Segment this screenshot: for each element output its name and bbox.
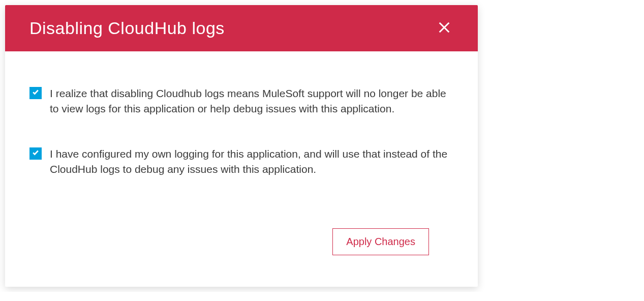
check-icon [32,149,39,158]
dialog-footer: Apply Changes [29,223,453,272]
checkbox-row-own-logging: I have configured my own logging for thi… [29,146,453,177]
checkbox-row-support-acknowledge: I realize that disabling Cloudhub logs m… [29,86,453,117]
checkbox-label: I realize that disabling Cloudhub logs m… [50,86,453,117]
close-icon [437,20,451,36]
dialog-title: Disabling CloudHub logs [29,18,225,38]
apply-changes-button[interactable]: Apply Changes [332,228,429,255]
checkbox-support-acknowledge[interactable] [29,87,42,99]
checkbox-label: I have configured my own logging for thi… [50,146,453,177]
checkbox-own-logging[interactable] [29,147,42,160]
check-icon [32,88,39,98]
close-button[interactable] [435,18,453,38]
disable-cloudhub-logs-dialog: Disabling CloudHub logs I realize that d… [5,5,478,287]
dialog-header: Disabling CloudHub logs [5,5,478,51]
dialog-body: I realize that disabling Cloudhub logs m… [5,51,478,287]
